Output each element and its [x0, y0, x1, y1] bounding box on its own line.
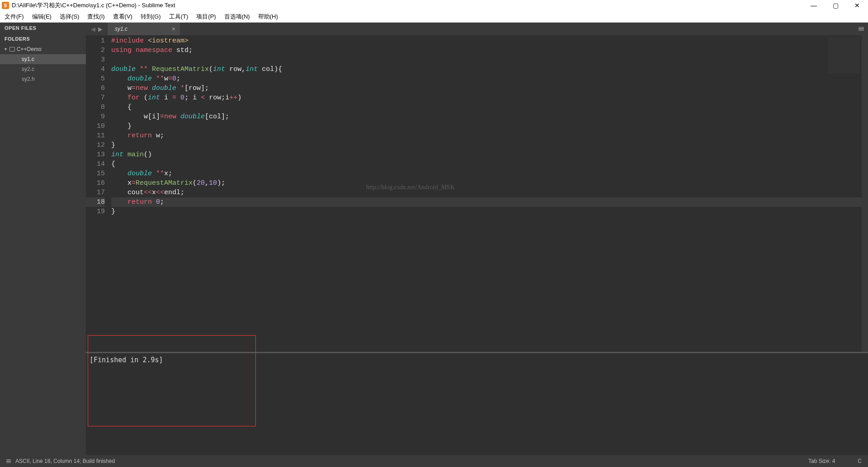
- maximize-button[interactable]: ▢: [826, 0, 844, 10]
- tab-prev-icon[interactable]: ◀: [91, 26, 95, 33]
- tab-next-icon[interactable]: ▶: [98, 26, 103, 33]
- folders-header: FOLDERS: [0, 33, 86, 44]
- tabbar-menu-icon[interactable]: [854, 23, 868, 35]
- output-line: [Finished in 2.9s]: [90, 356, 864, 364]
- sidebar: OPEN FILES FOLDERS ▼ C++Demo sy1.c sy2.c…: [0, 23, 86, 455]
- menubar: 文件(F) 编辑(E) 选择(S) 查找(I) 查看(V) 转到(G) 工具(T…: [0, 11, 868, 23]
- menu-view[interactable]: 查看(V): [111, 12, 134, 22]
- close-button[interactable]: ✕: [848, 0, 866, 10]
- tab-label: sy1.c: [115, 26, 127, 32]
- menu-select[interactable]: 选择(S): [58, 12, 81, 22]
- line-gutter: 12345678910111213141516171819: [86, 35, 111, 352]
- status-text[interactable]: ASCII, Line 18, Column 14; Build finishe…: [15, 458, 115, 464]
- minimap[interactable]: [828, 37, 860, 73]
- titlebar: S D:\AllFile\学习相关\C++Demo\sy1.c (C++Demo…: [0, 0, 868, 11]
- menu-help[interactable]: 帮助(H): [256, 12, 280, 22]
- build-output-panel[interactable]: [Finished in 2.9s]: [86, 353, 868, 455]
- file-item-sy2h[interactable]: sy2.h: [0, 74, 86, 84]
- menu-find[interactable]: 查找(I): [85, 12, 106, 22]
- menu-file[interactable]: 文件(F): [3, 12, 26, 22]
- tabbar: ◀ ▶ sy1.c ×: [86, 23, 868, 35]
- folder-name: C++Demo: [17, 46, 42, 52]
- file-item-sy1[interactable]: sy1.c: [0, 54, 86, 64]
- status-tabsize[interactable]: Tab Size: 4: [808, 458, 835, 464]
- scrollbar-vertical[interactable]: [862, 35, 868, 352]
- minimize-button[interactable]: —: [805, 0, 823, 10]
- folder-root[interactable]: ▼ C++Demo: [0, 44, 86, 54]
- code-editor[interactable]: 12345678910111213141516171819 #include <…: [86, 35, 868, 352]
- chevron-down-icon: ▼: [4, 47, 8, 51]
- close-icon[interactable]: ×: [172, 25, 175, 33]
- menu-project[interactable]: 项目(P): [194, 12, 217, 22]
- editor-area: ◀ ▶ sy1.c × 1234567891011121314151617181…: [86, 23, 868, 455]
- file-item-sy2c[interactable]: sy2.c: [0, 64, 86, 74]
- status-lang[interactable]: C: [858, 458, 862, 464]
- menu-prefs[interactable]: 首选项(N): [222, 12, 252, 22]
- console-toggle-icon[interactable]: [6, 459, 11, 463]
- window-title: D:\AllFile\学习相关\C++Demo\sy1.c (C++Demo) …: [12, 1, 175, 9]
- tab-sy1[interactable]: sy1.c ×: [108, 23, 180, 35]
- app-icon: S: [2, 2, 9, 9]
- menu-tools[interactable]: 工具(T): [167, 12, 190, 22]
- menu-edit[interactable]: 编辑(E): [30, 12, 53, 22]
- menu-goto[interactable]: 转到(G): [139, 12, 163, 22]
- code-content[interactable]: #include <iostream>using namespace std;d…: [111, 35, 868, 352]
- open-files-header: OPEN FILES: [0, 23, 86, 33]
- statusbar: ASCII, Line 18, Column 14; Build finishe…: [0, 455, 868, 467]
- folder-icon: [9, 47, 15, 51]
